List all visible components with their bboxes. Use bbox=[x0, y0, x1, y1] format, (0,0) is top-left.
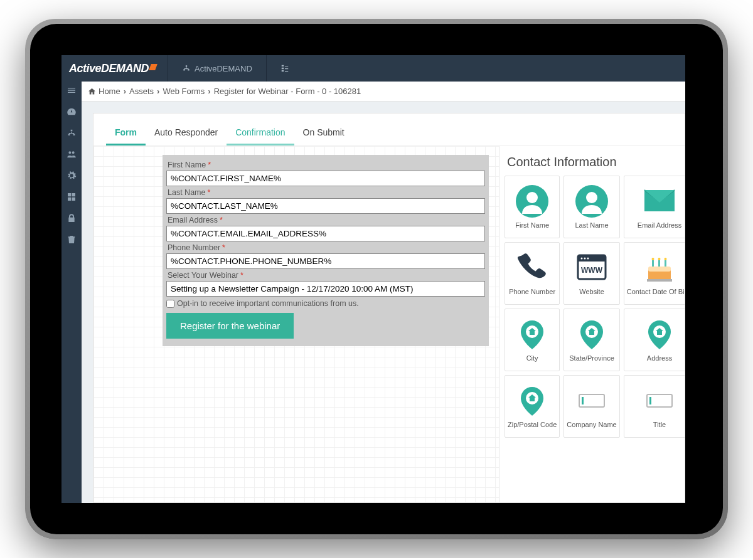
label-text: First Name bbox=[168, 161, 206, 169]
breadcrumb-assets[interactable]: Assets bbox=[129, 87, 154, 96]
tile-label: First Name bbox=[505, 221, 559, 229]
field-tile-email-address[interactable]: Email Address bbox=[624, 176, 685, 238]
email-input[interactable] bbox=[166, 226, 485, 241]
top-navbar: ActiveDEMAND ActiveDEMAND bbox=[61, 55, 685, 82]
required-icon: * bbox=[207, 188, 210, 197]
person-icon bbox=[516, 185, 548, 218]
optin-label: Opt-in to receive important communicatio… bbox=[177, 299, 359, 308]
chevron-right-icon: › bbox=[124, 87, 126, 96]
brand-accent-icon bbox=[149, 64, 158, 70]
field-tile-phone-number[interactable]: Phone Number bbox=[505, 242, 560, 305]
optin-row: Opt-in to receive important communicatio… bbox=[166, 297, 485, 313]
phone-label: Phone Number* bbox=[166, 241, 485, 253]
field-tile-contact-date-of-birth[interactable]: Contact Date Of Birth bbox=[624, 242, 685, 305]
label-text: Select Your Webinar bbox=[168, 271, 238, 280]
first-name-label: First Name* bbox=[166, 159, 485, 171]
optin-checkbox[interactable] bbox=[166, 300, 174, 308]
label-text: Phone Number bbox=[168, 243, 220, 252]
tile-label: Company Name bbox=[564, 421, 619, 428]
tab-on-submit[interactable]: On Submit bbox=[294, 122, 353, 145]
field-tile-company-name[interactable]: Company Name bbox=[563, 375, 619, 438]
nav-divider bbox=[168, 55, 168, 82]
form-canvas[interactable]: First Name* Last Name* Email Address* Ph… bbox=[93, 146, 499, 502]
tile-label: City bbox=[505, 354, 559, 362]
required-icon: * bbox=[222, 243, 225, 252]
lock-icon bbox=[67, 213, 77, 223]
rail-settings-button[interactable] bbox=[65, 169, 78, 182]
pin-icon bbox=[643, 318, 676, 351]
envelope-icon bbox=[643, 185, 676, 218]
field-tile-grid: First NameLast NameEmail AddressPhone Nu… bbox=[505, 176, 680, 438]
left-rail bbox=[61, 82, 82, 503]
content-area: Form Auto Responder Confirmation On Subm… bbox=[82, 102, 685, 503]
label-text: Last Name bbox=[168, 188, 205, 197]
editor-panel: Form Auto Responder Confirmation On Subm… bbox=[93, 113, 685, 503]
menu-icon bbox=[67, 85, 77, 95]
contact-info-sidebar: Contact Information First NameLast NameE… bbox=[499, 146, 685, 502]
nav-item-label: ActiveDEMAND bbox=[195, 64, 252, 73]
breadcrumb-webforms[interactable]: Web Forms bbox=[163, 87, 205, 96]
field-tile-last-name[interactable]: Last Name bbox=[563, 176, 619, 238]
brand-name-b: DEMAND bbox=[101, 62, 149, 75]
tile-label: State/Province bbox=[564, 354, 619, 362]
nav-divider bbox=[266, 55, 267, 82]
chevron-right-icon: › bbox=[157, 87, 159, 96]
submit-button[interactable]: Register for the webinar bbox=[166, 313, 294, 339]
nav-item-tree[interactable] bbox=[273, 55, 297, 82]
rail-sitemap-button[interactable] bbox=[65, 127, 78, 139]
required-icon: * bbox=[208, 161, 211, 169]
field-tile-title[interactable]: Title bbox=[624, 375, 685, 438]
gauge-icon bbox=[67, 107, 77, 117]
field-tile-address[interactable]: Address bbox=[624, 309, 685, 371]
tile-label: Title bbox=[624, 421, 685, 428]
field-icon bbox=[575, 384, 608, 417]
users-icon bbox=[67, 149, 77, 159]
tile-label: Address bbox=[624, 354, 685, 362]
gears-icon bbox=[67, 171, 77, 181]
brand-logo[interactable]: ActiveDEMAND bbox=[69, 62, 156, 75]
breadcrumb-home[interactable]: Home bbox=[99, 87, 120, 96]
rail-menu-button[interactable] bbox=[65, 84, 78, 97]
field-tile-city[interactable]: City bbox=[505, 309, 560, 371]
tile-label: Website bbox=[564, 288, 619, 295]
tile-label: Zip/Postal Code bbox=[505, 421, 559, 428]
last-name-label: Last Name* bbox=[166, 186, 485, 198]
first-name-input[interactable] bbox=[166, 171, 485, 186]
field-tile-state-province[interactable]: State/Province bbox=[563, 309, 619, 371]
nav-item-activedemand[interactable]: ActiveDEMAND bbox=[174, 55, 260, 82]
tab-form[interactable]: Form bbox=[106, 122, 146, 145]
tile-label: Contact Date Of Birth bbox=[624, 288, 685, 295]
field-tile-zip-postal-code[interactable]: Zip/Postal Code bbox=[505, 375, 560, 438]
required-icon: * bbox=[240, 271, 243, 280]
rail-lock-button[interactable] bbox=[65, 212, 78, 225]
label-text: Email Address bbox=[168, 216, 218, 225]
rail-contacts-button[interactable] bbox=[65, 148, 78, 161]
tab-auto-responder[interactable]: Auto Responder bbox=[146, 122, 227, 145]
grid-icon bbox=[67, 192, 77, 202]
person-icon bbox=[575, 185, 608, 218]
field-icon bbox=[643, 384, 676, 417]
sidebar-title: Contact Information bbox=[507, 155, 677, 169]
pin-icon bbox=[575, 318, 608, 351]
form-block[interactable]: First Name* Last Name* Email Address* Ph… bbox=[163, 155, 489, 346]
panel-body: First Name* Last Name* Email Address* Ph… bbox=[93, 146, 685, 502]
tile-label: Email Address bbox=[624, 221, 685, 229]
brand-name-a: Active bbox=[69, 62, 101, 75]
screen: ActiveDEMAND ActiveDEMAND Home › Assets … bbox=[61, 55, 685, 503]
tab-confirmation[interactable]: Confirmation bbox=[227, 122, 294, 145]
webinar-select[interactable] bbox=[166, 281, 485, 297]
cake-icon bbox=[643, 251, 676, 284]
field-tile-first-name[interactable]: First Name bbox=[505, 176, 560, 238]
field-tile-website[interactable]: Website bbox=[563, 242, 619, 305]
tree-icon bbox=[280, 64, 289, 73]
tile-label: Phone Number bbox=[505, 288, 559, 295]
home-icon bbox=[88, 87, 96, 95]
rail-trash-button[interactable] bbox=[65, 233, 78, 246]
last-name-input[interactable] bbox=[166, 198, 485, 214]
editor-tabs: Form Auto Responder Confirmation On Subm… bbox=[93, 114, 685, 146]
phone-icon bbox=[516, 251, 548, 284]
rail-dashboard-button[interactable] bbox=[65, 105, 78, 118]
rail-apps-button[interactable] bbox=[65, 191, 78, 203]
phone-input[interactable] bbox=[166, 253, 485, 269]
sitemap-icon bbox=[182, 64, 191, 73]
